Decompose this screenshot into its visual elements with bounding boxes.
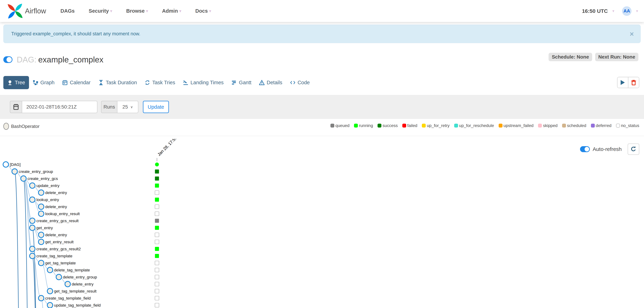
tree-node-create-entry-group[interactable] [12,169,18,174]
task-instance-square[interactable] [155,191,159,195]
task-instance-square[interactable] [155,198,159,202]
task-instance-square[interactable] [155,177,159,181]
legend-status-running: running [354,123,373,128]
tab-task-duration[interactable]: Task Duration [94,76,141,89]
legend-status-up-for-retry: up_for_retry [422,123,450,128]
tree-node-get-tag-template-result[interactable] [47,288,53,294]
tree-node-delete-tag-template[interactable] [47,267,53,273]
dag-pause-toggle[interactable] [3,56,12,63]
status-label: no_status [621,123,639,128]
calendar-icon [62,80,68,85]
nav-item-dags[interactable]: DAGs [60,8,75,14]
delete-dag-button[interactable] [628,77,639,88]
status-color-chip [538,124,542,128]
status-color-chip [402,124,406,128]
tab-code[interactable]: Code [286,76,314,89]
autorefresh-label: Auto-refresh [593,146,622,152]
operator-label: BashOperator [11,124,40,129]
task-instance-square[interactable] [155,205,159,209]
dag-run-circle[interactable] [155,163,159,166]
status-label: deferred [596,123,612,128]
num-runs-select[interactable]: 25 ∨ [118,101,138,113]
dag-action-buttons [617,77,639,88]
task-instance-square[interactable] [155,268,159,272]
nav-item-security[interactable]: Security▾ [89,8,112,14]
tab-task-tries[interactable]: Task Tries [141,76,179,89]
tree-node-delete-entry[interactable] [38,190,44,195]
tree-node-update-tag-template-field[interactable] [47,302,53,308]
tree-node-get-entry[interactable] [30,225,35,231]
task-instance-square[interactable] [155,275,159,279]
task-instance-square[interactable] [155,261,159,265]
tree-node-delete-entry[interactable] [38,232,44,238]
tree-node-create-tag-template[interactable] [30,253,35,259]
autorefresh-toggle[interactable] [580,146,590,152]
tab-landing-times[interactable]: Landing Times [179,76,228,89]
task-instance-square[interactable] [155,212,159,216]
refresh-button[interactable] [628,144,639,155]
tab-label: Task Duration [106,80,137,86]
tree-node-delete-entry-group[interactable] [56,274,62,280]
tab-details[interactable]: Details [255,76,286,89]
task-instance-square[interactable] [155,254,159,258]
tree-node-label: create_tag_template_field [45,296,91,300]
task-instance-square[interactable] [155,226,159,230]
tree-node-create-tag-template-field[interactable] [38,295,44,301]
task-instance-square[interactable] [155,289,159,293]
tree-node-lookup-entry-result[interactable] [38,211,44,216]
tree-node-get-entry-result[interactable] [38,239,44,245]
task-instance-square[interactable] [155,240,159,244]
tree-node-create-entry-gcs-result[interactable] [30,218,35,224]
legend-status-upstream-failed: upstream_failed [499,123,534,128]
tree-node-get-tag-template[interactable] [38,260,44,266]
tab-graph[interactable]: Graph [29,76,58,89]
tree-node-label: get_tag_template [45,261,76,265]
nav-item-label: Admin [162,8,178,14]
trash-icon [631,80,636,86]
tab-tree[interactable]: Tree [3,76,29,89]
nav-item-label: Browse [126,8,145,14]
alert-close-icon[interactable]: × [630,31,634,38]
tree-node-update-entry[interactable] [30,183,35,188]
refresh-icon [630,146,636,152]
tree-node-dag[interactable] [3,162,8,167]
avatar[interactable]: AA [622,6,632,16]
tree-node-label: update_entry [36,183,60,188]
trigger-dag-button[interactable] [618,77,628,88]
avatar-caret-icon[interactable]: ▾ [636,9,638,13]
view-tabs: TreeGraphCalendarTask DurationTask Tries… [3,76,314,89]
nav-item-admin[interactable]: Admin▾ [162,8,181,14]
task-instance-square[interactable] [155,184,159,188]
tab-label: Details [267,80,282,86]
utc-clock[interactable]: 16:50 UTC [582,8,608,14]
tree-node-create-entry-gcs[interactable] [21,176,26,181]
task-instance-square[interactable] [155,282,159,286]
task-instance-square[interactable] [155,219,159,223]
tree-canvas: Jan 28, 17:50[DAG]create_entry_groupcrea… [0,139,644,308]
task-instance-square[interactable] [155,303,159,307]
tree-node-label: delete_entry_group [63,275,97,279]
base-date-input[interactable] [22,101,97,113]
task-instance-square[interactable] [155,170,159,174]
tree-node-create-entry-gcs-result2[interactable] [30,246,35,252]
nav-item-docs[interactable]: Docs▾ [195,8,211,14]
run-timestamp-label[interactable]: Jan 28, 17:50 [156,139,178,157]
legend-status-deferred: deferred [591,123,612,128]
hourglass-icon [98,80,104,85]
airflow-brand[interactable]: Airflow [7,3,46,19]
status-label: skipped [543,123,558,128]
task-instance-square[interactable] [155,233,159,237]
status-color-chip [422,124,426,128]
nav-item-browse[interactable]: Browse▾ [126,8,148,14]
tree-node-delete-entry[interactable] [65,281,70,287]
task-instance-square[interactable] [155,296,159,300]
update-button[interactable]: Update [143,101,169,113]
task-instance-square[interactable] [155,247,159,251]
clock-caret-icon[interactable]: ▾ [612,9,614,13]
nav-item-label: Security [89,8,109,14]
select-caret-icon: ∨ [130,105,133,109]
tab-gantt[interactable]: Gantt [228,76,255,89]
tree-node-delete-entry[interactable] [38,204,44,209]
tab-calendar[interactable]: Calendar [58,76,94,89]
tree-node-lookup-entry[interactable] [30,197,35,202]
